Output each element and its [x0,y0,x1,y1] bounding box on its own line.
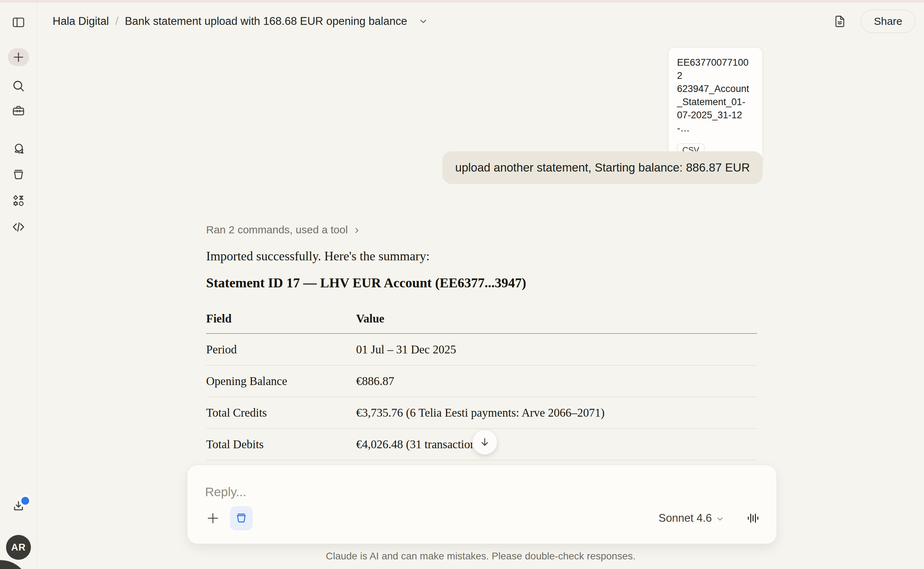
window-top-strip [0,0,924,3]
user-message-text: upload another statement, Starting balan… [455,161,750,174]
column-header-field: Field [206,312,356,326]
statement-heading: Statement ID 17 — LHV EUR Account (EE637… [206,275,526,291]
chat-title[interactable]: Bank statement upload with 168.68 EUR op… [125,15,407,28]
code-icon[interactable] [11,220,26,234]
archive-basket-icon[interactable] [11,167,26,182]
table-row: Total Credits €3,735.76 (6 Telia Eesti p… [206,397,757,429]
row-field: Total Debits [206,438,356,451]
plus-icon [206,511,220,526]
share-button[interactable]: Share [861,9,915,33]
row-field: Total Credits [206,406,356,420]
avatar-initials: AR [11,542,26,553]
plus-icon [12,50,25,64]
corner-popup-edge [0,560,29,569]
breadcrumb: Hala Digital / Bank statement upload wit… [53,3,428,40]
chevron-down-icon [715,514,725,523]
row-field: Opening Balance [206,375,356,388]
row-value: 01 Jul – 31 Dec 2025 [356,343,757,356]
user-message-bubble: upload another statement, Starting balan… [442,151,762,184]
reply-input[interactable]: Reply... Sonnet 4.6 [187,465,777,544]
voice-input-button[interactable] [745,510,761,526]
ai-disclaimer: Claude is AI and can make mistakes. Plea… [37,551,924,562]
chevron-down-icon[interactable] [418,16,428,27]
waveform-icon [746,511,760,525]
new-chat-button[interactable] [8,48,29,66]
download-updates-icon[interactable] [11,499,27,515]
composer-toolbar: Sonnet 4.6 [205,506,761,530]
table-row: Opening Balance €886.87 [206,365,757,397]
assistant-intro-text: Imported successfully. Here's the summar… [206,249,430,263]
toolbox-icon[interactable] [11,104,26,118]
header-actions: Share [832,3,915,40]
arrow-down-icon [479,436,491,448]
row-value: €4,026.48 (31 transactions) [356,438,757,451]
model-name: Sonnet 4.6 [659,512,712,525]
breadcrumb-project[interactable]: Hala Digital [53,15,109,28]
document-panel-icon[interactable] [832,13,848,29]
shapes-icon[interactable] [11,193,26,208]
reply-placeholder: Reply... [205,485,246,499]
tool-steps-label: Ran 2 commands, used a tool [206,224,348,236]
share-label: Share [874,15,902,27]
attached-file-name: EE637700771002 623947_Account _Statement… [677,56,754,135]
model-selector[interactable]: Sonnet 4.6 [659,512,725,525]
chats-icon[interactable] [11,142,26,156]
attached-file-card[interactable]: EE637700771002 623947_Account _Statement… [668,47,762,166]
basket-icon [235,511,248,525]
notification-dot [19,495,31,507]
row-field: Period [206,343,356,356]
tool-steps-toggle[interactable]: Ran 2 commands, used a tool [206,224,361,236]
row-value: €3,735.76 (6 Telia Eesti payments: Arve … [356,406,757,420]
tools-basket-button[interactable] [230,506,253,530]
scroll-to-bottom-button[interactable] [472,430,497,455]
attach-button[interactable] [205,510,221,526]
app-window: AR Hala Digital / Bank statement upload … [0,0,924,569]
column-header-value: Value [356,312,757,326]
chevron-right-icon [352,226,361,235]
table-row: Period 01 Jul – 31 Dec 2025 [206,334,757,365]
user-avatar[interactable]: AR [6,535,31,560]
sidebar-toggle-icon[interactable] [11,15,26,29]
sidebar: AR [0,3,37,569]
search-icon[interactable] [11,79,26,93]
breadcrumb-separator: / [116,15,119,28]
table-header-row: Field Value [206,304,757,334]
row-value: €886.87 [356,375,757,388]
